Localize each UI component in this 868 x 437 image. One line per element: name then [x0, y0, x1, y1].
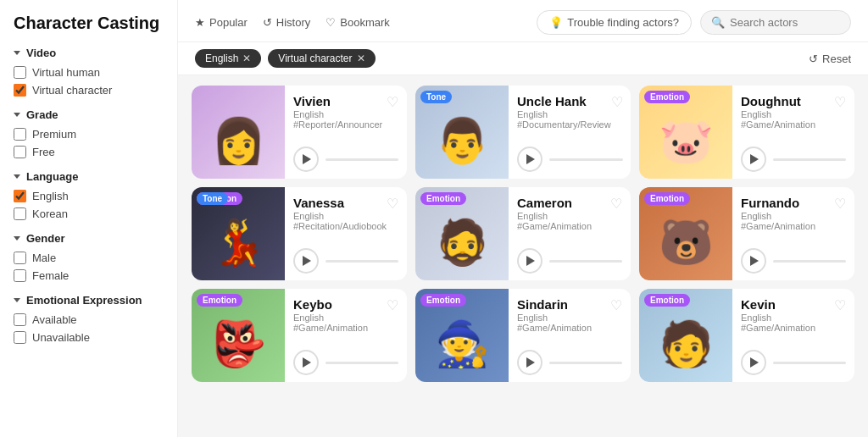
card-image-keybo: Emotion 👺 — [192, 289, 285, 382]
card-emoji-vivien: 👩 — [211, 102, 266, 163]
card-body-uncle-hank: Uncle Hank English #Documentary/Review ♡ — [509, 86, 631, 179]
checkbox-korean-input[interactable] — [14, 207, 26, 220]
checkbox-premium[interactable]: Premium — [14, 128, 164, 141]
card-emoji-furnando: 🐻 — [659, 203, 714, 264]
card-name-furnando: Furnando — [741, 196, 815, 210]
checkbox-premium-input[interactable] — [14, 128, 26, 141]
card-bottom-vivien — [293, 147, 398, 172]
badge-tone: Tone — [197, 192, 228, 205]
checkbox-virtual-character-label: Virtual character — [32, 84, 112, 97]
play-button-sindarin[interactable] — [517, 350, 542, 375]
tag-virtual-character-close[interactable]: ✕ — [357, 53, 365, 64]
heart-icon-furnando[interactable]: ♡ — [834, 196, 846, 212]
search-input[interactable] — [730, 16, 840, 29]
progress-bar-furnando — [773, 260, 846, 263]
card-info-doughnut: Doughnut English #Game/Animation — [741, 94, 815, 130]
checkbox-available-input[interactable] — [14, 313, 26, 326]
tab-popular[interactable]: ★ Popular — [195, 16, 248, 29]
checkbox-available-label: Available — [32, 313, 77, 326]
filter-emotional-expression-header[interactable]: Emotional Expression — [14, 294, 164, 307]
play-icon-doughnut — [750, 154, 759, 164]
checkbox-free-input[interactable] — [14, 146, 26, 158]
card-furnando: Emotion 🐻 Furnando English #Game/Animati… — [639, 187, 854, 280]
checkbox-english-input[interactable] — [14, 190, 26, 202]
badge-emotion: Emotion — [197, 294, 242, 307]
checkbox-free[interactable]: Free — [14, 146, 164, 158]
checkbox-unavailable[interactable]: Unavailable — [14, 331, 164, 344]
play-icon-vanessa — [303, 256, 311, 266]
heart-icon-uncle-hank[interactable]: ♡ — [611, 94, 623, 110]
tab-history[interactable]: ↺ History — [263, 16, 310, 29]
checkbox-virtual-human-input[interactable] — [14, 66, 26, 79]
play-button-vivien[interactable] — [293, 147, 319, 172]
card-top-sindarin: Sindarin English #Game/Animation ♡ — [517, 297, 622, 333]
card-body-keybo: Keybo English #Game/Animation ♡ — [285, 289, 407, 382]
page-title: Character Casting — [14, 14, 164, 33]
card-body-vivien: Vivien English #Reporter/Announcer ♡ — [285, 86, 407, 179]
badge-emotion: Emotion — [644, 294, 690, 307]
tab-bookmark[interactable]: ♡ Bookmark — [326, 16, 390, 29]
badge-emotion: Emotion — [420, 192, 466, 205]
card-body-furnando: Furnando English #Game/Animation ♡ — [732, 187, 854, 280]
card-info-furnando: Furnando English #Game/Animation — [741, 196, 815, 231]
card-emoji-doughnut: 🐷 — [659, 102, 714, 163]
checkbox-unavailable-label: Unavailable — [32, 331, 90, 344]
tag-english[interactable]: English ✕ — [195, 49, 261, 68]
play-button-cameron[interactable] — [517, 248, 542, 274]
card-name-vivien: Vivien — [293, 94, 382, 108]
card-tag-furnando: #Game/Animation — [741, 221, 815, 231]
checkbox-korean[interactable]: Korean — [14, 207, 164, 220]
card-info-vivien: Vivien English #Reporter/Announcer — [293, 94, 382, 130]
checkbox-english[interactable]: English — [14, 190, 164, 202]
filter-gender-header[interactable]: Gender — [14, 232, 164, 245]
reset-button[interactable]: ↺ Reset — [809, 53, 851, 65]
card-image-sindarin: Emotion 🧙 — [415, 289, 509, 382]
card-name-kevin: Kevin — [741, 297, 815, 312]
checkbox-female[interactable]: Female — [14, 269, 164, 282]
heart-icon-vivien[interactable]: ♡ — [387, 94, 398, 110]
filter-gender: Gender Male Female — [14, 232, 164, 282]
checkbox-male[interactable]: Male — [14, 252, 164, 264]
checkbox-male-input[interactable] — [14, 252, 26, 264]
filter-grade-header[interactable]: Grade — [14, 108, 164, 121]
badge-tone: Tone — [420, 91, 452, 103]
search-box[interactable]: 🔍 — [700, 10, 851, 35]
heart-icon-keybo[interactable]: ♡ — [387, 297, 398, 313]
play-icon-uncle-hank — [526, 154, 535, 164]
badge-emotion: Emotion — [420, 294, 466, 307]
heart-icon-doughnut[interactable]: ♡ — [834, 94, 846, 110]
heart-icon-kevin[interactable]: ♡ — [834, 297, 846, 313]
checkbox-virtual-character[interactable]: Virtual character — [14, 84, 164, 97]
filter-language-header[interactable]: Language — [14, 170, 164, 183]
heart-icon-sindarin[interactable]: ♡ — [610, 297, 622, 313]
checkbox-available[interactable]: Available — [14, 313, 164, 326]
filter-grade: Grade Premium Free — [14, 108, 164, 158]
cards-grid: 👩 Vivien English #Reporter/Announcer ♡ T… — [192, 86, 854, 382]
heart-icon-cameron[interactable]: ♡ — [610, 196, 622, 212]
card-image-vivien: 👩 — [192, 86, 285, 179]
play-button-furnando[interactable] — [741, 248, 766, 274]
play-button-uncle-hank[interactable] — [517, 147, 542, 172]
play-button-vanessa[interactable] — [293, 248, 319, 274]
play-button-kevin[interactable] — [741, 350, 766, 375]
card-bottom-kevin — [741, 350, 846, 375]
checkbox-virtual-human[interactable]: Virtual human — [14, 66, 164, 79]
checkbox-unavailable-input[interactable] — [14, 331, 26, 344]
play-button-doughnut[interactable] — [741, 147, 766, 172]
card-name-keybo: Keybo — [293, 297, 368, 312]
filter-video-header[interactable]: Video — [14, 47, 164, 59]
trouble-finding-button[interactable]: 💡 Trouble finding actors? — [537, 10, 692, 35]
card-name-vanessa: Vanessa — [293, 196, 387, 210]
play-button-keybo[interactable] — [293, 350, 319, 375]
checkbox-female-input[interactable] — [14, 269, 26, 282]
checkbox-female-label: Female — [32, 269, 69, 282]
card-vivien: 👩 Vivien English #Reporter/Announcer ♡ — [192, 86, 407, 179]
card-bottom-keybo — [293, 350, 398, 375]
progress-bar-vivien — [326, 158, 398, 161]
tag-english-close[interactable]: ✕ — [242, 53, 251, 64]
card-top-vivien: Vivien English #Reporter/Announcer ♡ — [293, 94, 398, 130]
heart-icon-vanessa[interactable]: ♡ — [387, 196, 398, 212]
card-vanessa: EmotionTone 💃 Vanessa English #Recitatio… — [192, 187, 407, 280]
tag-virtual-character[interactable]: Virtual character ✕ — [268, 49, 375, 68]
checkbox-virtual-character-input[interactable] — [14, 84, 26, 97]
